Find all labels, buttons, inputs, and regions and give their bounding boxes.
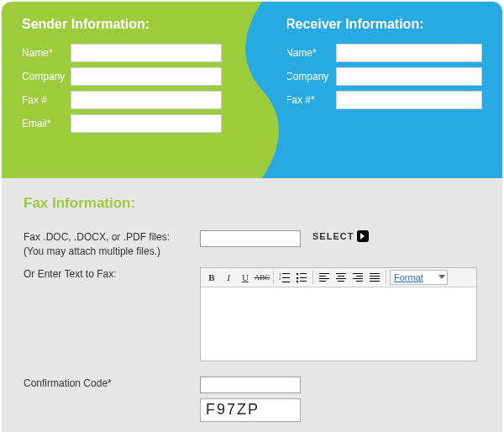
- svg-rect-18: [338, 281, 344, 282]
- editor-toolbar: B I U ABC 12: [201, 268, 476, 287]
- receiver-name-label: Name*: [286, 47, 336, 59]
- svg-rect-22: [356, 281, 363, 282]
- svg-rect-26: [370, 281, 380, 282]
- receiver-fax-input[interactable]: [336, 91, 482, 109]
- confirmation-controls: F97ZP: [200, 377, 301, 422]
- svg-rect-20: [356, 276, 363, 277]
- receiver-company-row: Company: [286, 67, 482, 86]
- svg-rect-24: [370, 276, 380, 277]
- svg-rect-21: [353, 278, 363, 279]
- fax-info-panel: Fax Information: Fax .DOC, .DOCX, or .PD…: [2, 178, 502, 432]
- file-path-input[interactable]: [200, 230, 301, 247]
- toolbar-separator: [312, 271, 313, 284]
- rich-text-editor: B I U ABC 12: [200, 267, 477, 361]
- svg-rect-15: [336, 273, 346, 274]
- captcha-image: F97ZP: [200, 398, 301, 422]
- align-left-button[interactable]: [317, 270, 332, 285]
- format-dropdown[interactable]: Format: [390, 270, 448, 285]
- align-justify-button[interactable]: [367, 270, 382, 285]
- receiver-name-input[interactable]: [336, 44, 482, 62]
- sender-company-row: Company: [22, 67, 244, 86]
- svg-rect-25: [370, 278, 380, 279]
- confirmation-row: Confirmation Code* F97ZP: [24, 377, 480, 422]
- svg-rect-10: [300, 281, 307, 282]
- fax-info-title: Fax Information:: [24, 195, 480, 212]
- align-justify-icon: [369, 271, 381, 283]
- sender-email-row: Email*: [22, 114, 244, 133]
- underline-button[interactable]: U: [238, 270, 253, 285]
- select-file-label: SELECT: [312, 231, 354, 241]
- svg-rect-19: [353, 273, 363, 274]
- bold-button[interactable]: B: [204, 270, 219, 285]
- sender-name-input[interactable]: [71, 44, 222, 62]
- sender-name-label: Name*: [22, 47, 71, 59]
- sender-company-input[interactable]: [71, 67, 222, 86]
- svg-rect-4: [282, 282, 290, 282]
- svg-rect-14: [319, 281, 326, 282]
- file-attach-label-line2: (You may attach multiple files.): [24, 245, 160, 257]
- sender-fax-input[interactable]: [71, 91, 222, 109]
- ordered-list-button[interactable]: 12: [277, 270, 292, 285]
- svg-point-5: [297, 272, 298, 274]
- file-attach-label-line1: Fax .DOC, .DOCX, or .PDF files:: [24, 231, 170, 243]
- confirmation-code-input[interactable]: [200, 377, 301, 393]
- play-icon: [357, 230, 369, 242]
- receiver-company-label: Company: [286, 71, 336, 82]
- align-left-icon: [318, 271, 330, 283]
- strikethrough-button[interactable]: ABC: [255, 270, 270, 285]
- receiver-name-row: Name*: [286, 44, 482, 62]
- svg-rect-1: [282, 273, 290, 274]
- svg-rect-12: [319, 276, 326, 277]
- unordered-list-button[interactable]: [294, 270, 309, 285]
- receiver-title: Receiver Information:: [286, 17, 482, 32]
- file-attach-row: Fax .DOC, .DOCX, or .PDF files: (You may…: [24, 230, 480, 259]
- svg-point-9: [297, 280, 298, 282]
- svg-rect-8: [300, 277, 307, 278]
- select-file-button[interactable]: SELECT: [312, 230, 369, 242]
- fax-form-container: Sender Information: Name* Company Fax # …: [2, 2, 502, 432]
- chevron-down-icon: [438, 275, 445, 279]
- text-entry-row: Or Enter Text to Fax: B I U ABC 12: [24, 267, 480, 361]
- top-panels: Sender Information: Name* Company Fax # …: [2, 2, 502, 178]
- sender-name-row: Name*: [22, 44, 244, 62]
- sender-email-input[interactable]: [71, 114, 222, 133]
- svg-rect-3: [282, 277, 290, 278]
- file-attach-label: Fax .DOC, .DOCX, or .PDF files: (You may…: [24, 230, 200, 259]
- svg-text:2: 2: [279, 277, 281, 281]
- sender-fax-label: Fax #: [22, 94, 71, 106]
- confirmation-label: Confirmation Code*: [24, 377, 200, 391]
- receiver-company-input[interactable]: [336, 67, 482, 86]
- receiver-fax-row: Fax #*: [286, 91, 482, 109]
- svg-rect-17: [336, 278, 346, 279]
- toolbar-separator: [386, 271, 386, 284]
- svg-point-7: [297, 277, 298, 278]
- fax-text-input[interactable]: [201, 287, 476, 358]
- italic-button[interactable]: I: [221, 270, 236, 285]
- sender-email-label: Email*: [22, 118, 71, 129]
- text-entry-label: Or Enter Text to Fax:: [24, 267, 200, 282]
- sender-fax-row: Fax #: [22, 91, 244, 109]
- sender-company-label: Company: [22, 71, 71, 82]
- sender-panel: Sender Information: Name* Company Fax # …: [2, 2, 252, 178]
- svg-rect-23: [370, 273, 380, 274]
- unordered-list-icon: [296, 271, 307, 283]
- svg-rect-16: [338, 276, 344, 277]
- svg-rect-6: [300, 273, 307, 274]
- align-right-button[interactable]: [350, 270, 365, 285]
- receiver-fax-label: Fax #*: [286, 94, 336, 106]
- svg-rect-13: [319, 278, 329, 279]
- svg-rect-11: [319, 273, 329, 274]
- receiver-panel: Receiver Information: Name* Company Fax …: [252, 2, 502, 178]
- align-center-button[interactable]: [333, 270, 349, 285]
- panel-divider-curve: [237, 2, 287, 178]
- ordered-list-icon: 12: [279, 271, 291, 283]
- sender-title: Sender Information:: [22, 17, 244, 32]
- toolbar-separator: [273, 271, 274, 284]
- align-center-icon: [335, 271, 347, 283]
- format-dropdown-label: Format: [394, 272, 423, 282]
- align-right-icon: [352, 271, 364, 283]
